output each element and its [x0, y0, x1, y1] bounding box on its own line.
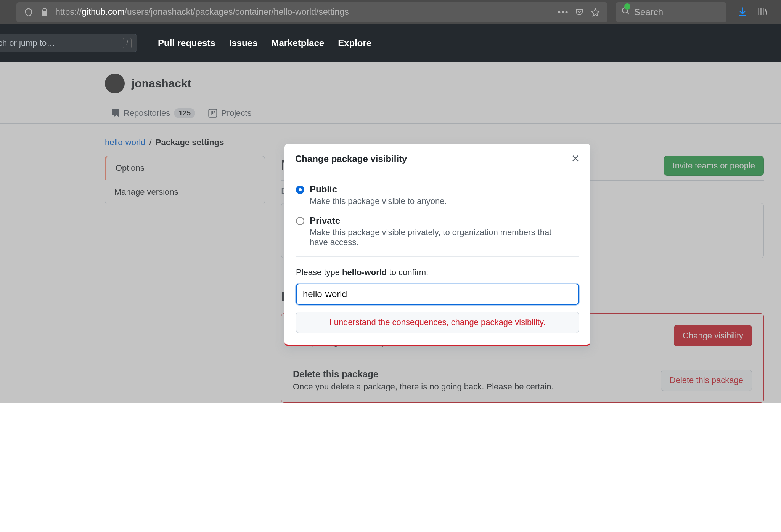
- profile-tabs: Repositories 125 Projects: [0, 103, 781, 124]
- browser-search[interactable]: Search: [616, 2, 726, 22]
- danger-delete-title: Delete this package: [293, 369, 554, 380]
- radio-public[interactable]: Public Make this package visible to anyo…: [296, 184, 579, 206]
- tab-projects-label: Projects: [221, 108, 251, 118]
- modal-divider: [296, 256, 579, 257]
- star-icon[interactable]: [590, 7, 601, 18]
- plus-badge-icon: [624, 3, 630, 10]
- breadcrumb-current: Package settings: [156, 138, 224, 147]
- change-visibility-button[interactable]: Change visibility: [674, 325, 752, 346]
- radio-private-label: Private: [310, 215, 561, 226]
- close-icon[interactable]: ✕: [571, 153, 580, 165]
- nav-marketplace[interactable]: Marketplace: [271, 38, 324, 48]
- slash-key-hint: /: [123, 38, 132, 48]
- modal-title: Change package visibility: [295, 154, 407, 164]
- browser-chrome: https://github.com/users/jonashackt/pack…: [0, 0, 781, 24]
- confirm-input[interactable]: [296, 284, 579, 305]
- tab-repositories-label: Repositories: [124, 108, 170, 118]
- sidebar-item-options[interactable]: Options: [105, 156, 265, 180]
- project-icon: [208, 109, 217, 118]
- repo-count-badge: 125: [174, 108, 195, 118]
- visibility-modal: Change package visibility ✕ Public Make …: [284, 144, 590, 346]
- url-text: https://github.com/users/jonashackt/pack…: [55, 7, 553, 17]
- invite-button[interactable]: Invite teams or people: [664, 156, 764, 176]
- settings-sidebar: Options Manage versions: [105, 156, 265, 403]
- shield-icon: [23, 7, 34, 18]
- nav-issues[interactable]: Issues: [229, 38, 258, 48]
- nav-pull-requests[interactable]: Pull requests: [158, 38, 215, 48]
- github-search-placeholder: ch or jump to…: [0, 38, 55, 48]
- github-search[interactable]: ch or jump to… /: [0, 34, 137, 52]
- tab-repositories[interactable]: Repositories 125: [111, 108, 195, 118]
- repo-icon: [111, 109, 120, 118]
- lock-icon: [39, 7, 50, 18]
- confirm-prompt: Please type hello-world to confirm:: [296, 268, 579, 277]
- tab-projects[interactable]: Projects: [208, 108, 251, 118]
- nav-explore[interactable]: Explore: [338, 38, 371, 48]
- url-bar[interactable]: https://github.com/users/jonashackt/pack…: [16, 2, 607, 22]
- radio-public-indicator: [296, 186, 304, 194]
- browser-search-placeholder: Search: [634, 7, 663, 18]
- meatball-icon[interactable]: •••: [558, 7, 569, 18]
- avatar[interactable]: [105, 74, 125, 93]
- breadcrumb-package-link[interactable]: hello-world: [105, 138, 145, 147]
- sidebar-item-manage-versions[interactable]: Manage versions: [105, 180, 265, 204]
- pocket-icon[interactable]: [574, 7, 585, 18]
- delete-package-button[interactable]: Delete this package: [661, 370, 752, 391]
- radio-private-indicator: [296, 217, 304, 225]
- profile-username[interactable]: jonashackt: [132, 77, 191, 90]
- radio-public-desc: Make this package visible to anyone.: [310, 196, 447, 206]
- radio-public-label: Public: [310, 184, 447, 195]
- library-icon[interactable]: [757, 6, 768, 18]
- radio-private-desc: Make this package visible privately, to …: [310, 228, 561, 247]
- github-top-nav: ch or jump to… / Pull requests Issues Ma…: [0, 24, 781, 62]
- danger-delete-desc: Once you delete a package, there is no g…: [293, 382, 554, 392]
- download-icon[interactable]: [737, 6, 748, 18]
- radio-private[interactable]: Private Make this package visible privat…: [296, 215, 579, 247]
- confirm-change-visibility-button[interactable]: I understand the consequences, change pa…: [296, 312, 579, 333]
